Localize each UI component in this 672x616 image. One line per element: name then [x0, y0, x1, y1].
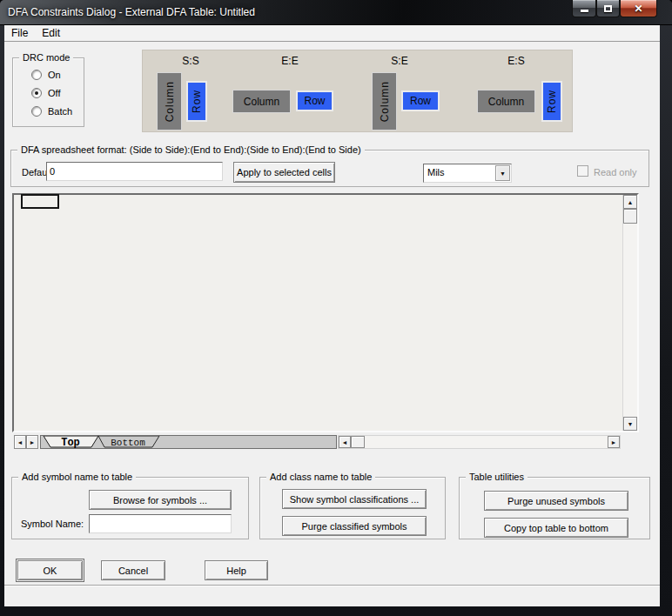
- minimize-icon: [581, 10, 588, 12]
- symbol-name-input[interactable]: [89, 514, 232, 533]
- browse-for-symbols-button[interactable]: Browse for symbols ...: [89, 490, 232, 510]
- show-symbol-classifications-button[interactable]: Show symbol classifications ...: [282, 489, 427, 509]
- menu-item-edit[interactable]: Edit: [35, 26, 67, 40]
- minimize-button[interactable]: [572, 0, 596, 17]
- sheet-tab-strip: Top Bottom: [40, 435, 337, 449]
- title-bar[interactable]: DFA Constraints Dialog - External DFA Ta…: [0, 0, 672, 25]
- maximize-button[interactable]: [596, 0, 620, 17]
- spreadsheet-area[interactable]: ▲ ▼: [12, 193, 639, 432]
- tab-scroll-left-icon[interactable]: ◄: [14, 435, 26, 449]
- ee-column-button[interactable]: Column: [232, 90, 291, 113]
- pair-label-es: E:S: [507, 55, 524, 67]
- tab-scroll-right-icon[interactable]: ►: [26, 435, 38, 449]
- drc-mode-groupbox: DRC mode On Off Batch: [12, 57, 84, 127]
- orientation-panel: S:S E:E S:E E:S Column Row Column Row Co…: [142, 50, 573, 132]
- ss-row-button[interactable]: Row: [186, 81, 207, 122]
- scroll-left-icon[interactable]: ◄: [339, 436, 351, 448]
- radio-drc-off[interactable]: Off: [31, 88, 60, 98]
- scroll-right-icon[interactable]: ►: [608, 436, 620, 448]
- cancel-button[interactable]: Cancel: [101, 560, 165, 580]
- add-class-groupbox: Add class name to table Show symbol clas…: [259, 477, 446, 539]
- ee-row-button[interactable]: Row: [296, 90, 333, 111]
- format-legend: DFA spreadsheet format: (Side to Side):(…: [17, 144, 365, 155]
- add-class-legend: Add class name to table: [266, 472, 375, 482]
- se-column-button[interactable]: Column: [372, 72, 397, 131]
- scroll-up-icon[interactable]: ▲: [623, 195, 637, 209]
- menu-bar: File Edit: [4, 25, 660, 42]
- radio-drc-on[interactable]: On: [31, 70, 61, 80]
- footer-separator: [4, 585, 660, 586]
- format-groupbox: DFA spreadsheet format: (Side to Side):(…: [10, 150, 649, 187]
- chevron-down-icon[interactable]: ▼: [495, 165, 510, 181]
- close-icon: ✕: [634, 3, 642, 14]
- tab-bottom-label[interactable]: Bottom: [111, 438, 145, 448]
- units-value: Mils: [427, 167, 445, 177]
- vertical-scrollbar-thumb[interactable]: [623, 209, 637, 224]
- tab-top-label[interactable]: Top: [61, 437, 80, 448]
- radio-icon: [31, 70, 42, 80]
- horizontal-scrollbar-thumb[interactable]: [351, 436, 365, 448]
- table-utilities-legend: Table utilities: [466, 472, 528, 482]
- read-only-checkbox: [577, 165, 588, 177]
- purge-unused-symbols-button[interactable]: Purge unused symbols: [484, 491, 628, 511]
- menu-item-file[interactable]: File: [4, 26, 35, 40]
- read-only-label: Read only: [594, 167, 637, 177]
- purge-classified-symbols-button[interactable]: Purge classified symbols: [282, 516, 427, 536]
- help-button[interactable]: Help: [205, 560, 268, 580]
- copy-top-table-to-bottom-button[interactable]: Copy top table to bottom: [484, 518, 628, 538]
- radio-drc-batch[interactable]: Batch: [31, 106, 72, 117]
- ss-column-button[interactable]: Column: [157, 72, 182, 131]
- apply-to-selected-cells-button[interactable]: Apply to selected cells: [233, 162, 335, 183]
- add-symbol-legend: Add symbol name to table: [18, 472, 136, 482]
- radio-icon: [31, 88, 42, 98]
- ok-button[interactable]: OK: [17, 560, 83, 580]
- units-dropdown[interactable]: Mils ▼: [423, 164, 512, 183]
- pair-label-ss: S:S: [182, 55, 198, 67]
- spreadsheet-corner-cell[interactable]: [21, 194, 59, 209]
- scroll-down-icon[interactable]: ▼: [623, 417, 637, 431]
- radio-icon: [31, 106, 42, 117]
- dialog-client-area: DRC mode On Off Batch S:S E:E S:E E:S Co…: [4, 42, 660, 606]
- pair-label-se: S:E: [391, 55, 407, 67]
- close-button[interactable]: ✕: [620, 0, 657, 17]
- se-row-button[interactable]: Row: [401, 90, 440, 111]
- table-utilities-groupbox: Table utilities Purge unused symbols Cop…: [459, 477, 650, 539]
- es-row-button[interactable]: Row: [541, 81, 562, 122]
- drc-mode-legend: DRC mode: [19, 52, 73, 63]
- pair-label-ee: E:E: [281, 55, 298, 67]
- default-value-input[interactable]: [46, 162, 223, 181]
- vertical-scrollbar[interactable]: ▲ ▼: [622, 195, 637, 431]
- es-column-button[interactable]: Column: [477, 90, 535, 113]
- horizontal-scrollbar[interactable]: ◄ ►: [338, 435, 621, 449]
- maximize-icon: [604, 5, 612, 12]
- dfa-constraints-dialog: DFA Constraints Dialog - External DFA Ta…: [0, 0, 672, 616]
- symbol-name-label: Symbol Name:: [21, 519, 84, 529]
- add-symbol-groupbox: Add symbol name to table Browse for symb…: [11, 477, 249, 539]
- window-title: DFA Constraints Dialog - External DFA Ta…: [8, 6, 255, 18]
